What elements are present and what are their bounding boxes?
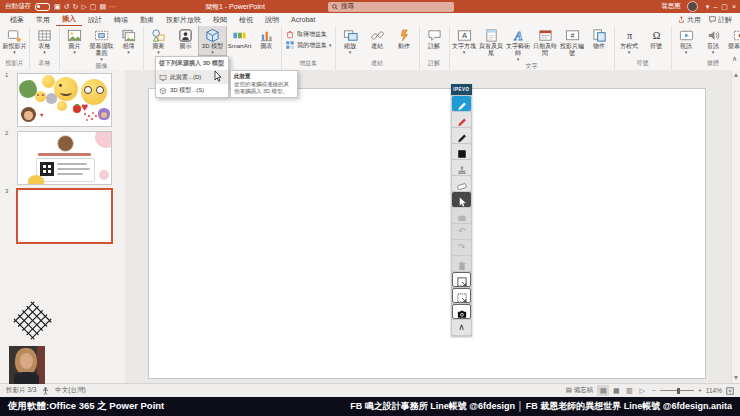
capture-window-tool[interactable] (452, 288, 471, 303)
slideshow-view-button[interactable]: ▷ (636, 385, 648, 396)
link-button[interactable]: 連結 (364, 26, 391, 50)
slide-sorter-view-button[interactable]: ▦ (610, 385, 622, 396)
comments-button[interactable]: 註解 (709, 15, 732, 25)
text-box-button[interactable]: A文字方塊▾ (451, 26, 478, 55)
datetime-icon (538, 28, 553, 43)
notes-button[interactable]: ▤ 備忘稿 (566, 386, 593, 395)
undo-tool[interactable]: ↶ (452, 224, 471, 239)
tab-Acrobat[interactable]: Acrobat (285, 13, 321, 26)
screenshot-button[interactable]: 螢幕擷取畫面▾ (88, 26, 115, 62)
ribbon-tabs: 檔案常用插入設計轉場動畫投影片放映校閱檢視說明Acrobat (0, 12, 321, 27)
tab-設計[interactable]: 設計 (82, 13, 108, 26)
zoom-out-button[interactable]: − (652, 387, 656, 394)
tab-檢視[interactable]: 檢視 (233, 13, 259, 26)
more-icon[interactable]: ⋯ (109, 3, 116, 10)
visor-tool[interactable] (452, 208, 471, 223)
chart-button[interactable]: 圖表 (253, 26, 280, 50)
print-icon[interactable]: ▤ (99, 3, 106, 10)
tab-插入[interactable]: 插入 (56, 12, 82, 27)
user-avatar[interactable] (687, 1, 698, 12)
comment-button[interactable]: 註解 (421, 26, 448, 50)
language-indicator[interactable]: 中文(台灣) (55, 386, 85, 395)
maximize-icon[interactable]: ▢ (719, 3, 730, 10)
normal-view-button[interactable]: ▤ (597, 385, 609, 396)
equation-button[interactable]: π方程式▾ (616, 26, 643, 55)
search-input[interactable]: 搜尋 (328, 2, 454, 12)
audio-button[interactable]: 音訊▾ (700, 26, 727, 55)
share-button[interactable]: 共用 (678, 15, 701, 25)
sorter-view-icon: ▦ (613, 387, 620, 395)
pictures-button[interactable]: 圖片▾ (61, 26, 88, 55)
tabrow-right: 共用 註解 (678, 15, 740, 25)
trash-tool[interactable] (452, 256, 471, 271)
vertical-scrollbar[interactable] (731, 70, 740, 383)
tab-檔案[interactable]: 檔案 (4, 13, 30, 26)
object-button[interactable]: 物件 (586, 26, 613, 50)
video-button[interactable]: 視訊▾ (673, 26, 700, 55)
3d-models-button[interactable]: 3D 模型▾ (199, 26, 226, 55)
capture-area-tool[interactable] (452, 272, 471, 287)
zoom-insert-button[interactable]: 縮放▾ (337, 26, 364, 55)
wordart-button[interactable]: A文字藝術師▾ (505, 26, 532, 62)
smartart-icon (232, 28, 247, 43)
my-addins-button[interactable]: 我的增益集▾ (283, 40, 334, 50)
tab-動畫[interactable]: 動畫 (134, 13, 160, 26)
dropdown-item-stock-3d-models[interactable]: 3D 模型...(S) (156, 84, 228, 97)
new-icon[interactable]: ▢ (90, 3, 97, 10)
zoom-slider[interactable] (660, 390, 694, 391)
card-avatar (57, 135, 74, 152)
color-swatch[interactable] (452, 144, 471, 159)
symbol-button[interactable]: Ω符號 (643, 26, 670, 50)
scroll-up-icon[interactable] (734, 73, 738, 77)
slide-2-thumbnail[interactable] (17, 131, 112, 185)
scroll-down-icon[interactable] (734, 376, 738, 380)
ipevo-collapse-button[interactable]: ∧ (452, 320, 471, 335)
tab-說明[interactable]: 說明 (259, 13, 285, 26)
ribbon-group-label: 符號 (616, 59, 670, 70)
undo-icon[interactable]: ↺ (64, 3, 70, 10)
zoom-slider-thumb[interactable] (677, 388, 680, 394)
smiley-emoji (42, 75, 55, 88)
ribbon-collapse-icon[interactable]: ∧ (732, 55, 737, 63)
pen-tool[interactable] (452, 96, 471, 111)
close-icon[interactable]: × (730, 3, 738, 10)
red-pen-tool[interactable] (452, 112, 471, 127)
tab-常用[interactable]: 常用 (30, 13, 56, 26)
datetime-button[interactable]: 日期及時間 (532, 26, 559, 57)
camera-tool[interactable] (452, 304, 471, 319)
fit-slide-icon[interactable] (726, 387, 734, 395)
smartart-button[interactable]: SmartArt (226, 26, 253, 50)
screen-recording-button[interactable]: 螢幕錄製 (727, 26, 740, 50)
header-footer-button[interactable]: 頁首及頁尾 (478, 26, 505, 57)
get-addins-button[interactable]: 取得增益集 (283, 29, 329, 39)
stamp-tool[interactable] (452, 160, 471, 175)
redo-icon[interactable]: ↻ (73, 3, 79, 10)
present-icon[interactable]: ▷ (81, 3, 86, 10)
slide-3-thumbnail[interactable] (16, 188, 113, 244)
save-icon[interactable]: ▣ (54, 3, 61, 10)
table-button[interactable]: 表格▾ (31, 26, 58, 55)
action-button[interactable]: 動作 (391, 26, 418, 50)
eraser-tool[interactable] (452, 176, 471, 191)
shapes-button[interactable]: 圖案▾ (145, 26, 172, 55)
cursor-tool[interactable] (452, 192, 471, 207)
zoom-level[interactable]: 114% (706, 387, 722, 394)
tab-轉場[interactable]: 轉場 (108, 13, 134, 26)
slide-1-thumbnail[interactable]: ♥♥ (17, 73, 112, 127)
quick-access-icons: ▣↺↻▷▢▤⋯ (54, 3, 119, 10)
black-pen-tool[interactable] (452, 128, 471, 143)
autosave-toggle[interactable] (35, 3, 50, 11)
new-slide-button[interactable]: 新投影片▾ (1, 26, 28, 55)
slide-indicator: 投影片 3/3 (6, 386, 36, 395)
dropdown-arrow-icon: ▾ (628, 50, 631, 55)
redo-tool[interactable]: ↷ (452, 240, 471, 255)
photo-album-button[interactable]: 相簿▾ (115, 26, 142, 55)
slide-number-button[interactable]: #投影片編號 (559, 26, 586, 57)
accessibility-icon[interactable] (42, 387, 49, 395)
icons-button[interactable]: 圖示 (172, 26, 199, 50)
current-slide[interactable] (148, 88, 706, 379)
zoom-in-button[interactable]: + (698, 387, 702, 394)
tab-校閱[interactable]: 校閱 (207, 13, 233, 26)
tab-投影片放映[interactable]: 投影片放映 (160, 13, 207, 26)
reading-view-button[interactable]: ▥ (623, 385, 635, 396)
